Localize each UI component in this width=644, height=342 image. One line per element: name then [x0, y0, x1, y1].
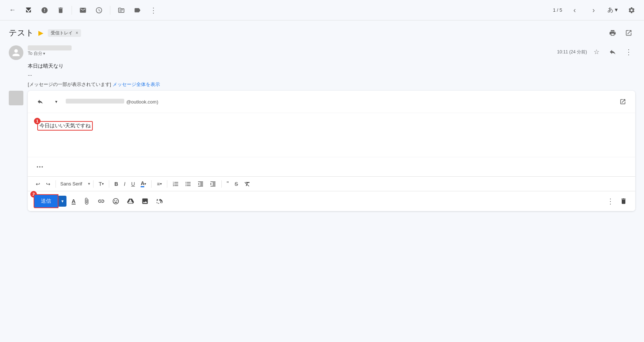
popout-icon [625, 29, 632, 37]
font-family-select[interactable]: Sans Serif Serif Monospace [59, 180, 87, 187]
indent-more-button[interactable] [207, 179, 218, 189]
prev-email-button[interactable]: ‹ [568, 4, 581, 17]
mark-unread-button[interactable] [76, 4, 89, 17]
show-full-link[interactable]: メッセージ全体を表示 [113, 82, 160, 87]
send-button[interactable]: 送信 [34, 194, 58, 208]
reply-icon [609, 48, 616, 56]
fmt-sep-5 [167, 180, 167, 188]
drive-icon [127, 198, 134, 205]
send-dropdown-button[interactable]: ▾ [58, 196, 66, 207]
move-to-icon [118, 7, 125, 14]
prev-icon: ‹ [573, 6, 576, 14]
email-body-line2: ... [28, 71, 635, 77]
underline-icon: U [131, 181, 135, 187]
email-body: 本日は晴天なり ... [28, 63, 635, 77]
move-to-button[interactable] [115, 4, 128, 17]
snooze-button[interactable] [92, 4, 106, 17]
print-button[interactable] [606, 26, 619, 40]
fmt-sep-3 [109, 180, 109, 188]
font-size-button[interactable]: T ▾ [96, 179, 106, 188]
language-button[interactable]: あ ▾ [606, 4, 619, 17]
bullet-list-icon [185, 181, 191, 187]
send-right-actions: ⋮ [605, 195, 629, 208]
reply-dropdown-button[interactable]: ▾ [50, 95, 63, 108]
numbered-list-button[interactable] [170, 179, 181, 189]
italic-button[interactable]: I [122, 180, 127, 188]
drive-button[interactable] [125, 195, 136, 207]
back-button[interactable]: ← [6, 4, 19, 17]
font-color-button[interactable]: A ▾ [138, 179, 148, 189]
reply-to-text: @outlook.com) [66, 99, 613, 105]
redo-button[interactable]: ↪ [44, 180, 53, 188]
reply-section: ▾ @outlook.com) 1 [9, 91, 635, 211]
reply-address-placeholder [66, 99, 124, 104]
sender-name-row [28, 45, 553, 50]
quote-button[interactable]: " [225, 179, 231, 189]
emoji-button[interactable] [110, 195, 122, 207]
email-header: To 自分 ▾ 10:11 (24 分前) ☆ ⋮ [28, 45, 635, 59]
reply-address-suffix: @outlook.com) [126, 99, 159, 105]
separator-1 [72, 6, 72, 15]
more-menu-button[interactable]: ⋮ [147, 4, 160, 17]
schedule-send-button[interactable] [154, 195, 165, 207]
discard-icon [620, 198, 627, 205]
font-color-dropdown-icon: ▾ [144, 182, 146, 186]
reply-card: ▾ @outlook.com) 1 [28, 91, 635, 211]
settings-button[interactable] [625, 4, 638, 17]
more-dots-icon: ⋮ [150, 6, 157, 15]
delete-button[interactable] [54, 4, 67, 17]
archive-button[interactable] [22, 4, 35, 17]
formatting-options-button[interactable]: A [69, 196, 78, 207]
label-button[interactable] [131, 4, 144, 17]
popout-button[interactable] [622, 26, 635, 40]
next-email-button[interactable]: › [587, 4, 600, 17]
send-more-button[interactable]: ⋮ [605, 195, 616, 208]
quote-icon: " [227, 181, 229, 187]
remove-format-button[interactable] [242, 179, 253, 189]
photo-icon [141, 198, 149, 205]
reply-body-area[interactable]: 1 今日はいい天気ですね [28, 113, 635, 157]
label-close-button[interactable]: × [76, 30, 78, 35]
photo-button[interactable] [139, 195, 151, 207]
label-tag[interactable]: 受信トレイ × [48, 29, 81, 37]
highlighted-text-wrapper: 1 今日はいい天気ですね [37, 121, 93, 131]
badge-1: 1 [34, 118, 41, 124]
spam-icon [41, 7, 48, 14]
reply-body-text: 今日はいい天気ですね [37, 121, 93, 131]
align-button[interactable]: ≡ ▾ [155, 180, 164, 188]
to-self-label[interactable]: To 自分 ▾ [28, 50, 553, 57]
reply-icon-button[interactable] [34, 95, 47, 108]
indent-less-button[interactable] [195, 179, 206, 189]
spam-button[interactable] [38, 4, 51, 17]
fmt-sep-6 [221, 180, 222, 188]
attach-icon [83, 198, 90, 205]
more-dots-button[interactable]: ••• [34, 160, 47, 173]
send-toolbar: 2 送信 ▾ A [28, 191, 635, 211]
link-button[interactable] [95, 195, 107, 207]
format-underline-icon: A [72, 198, 76, 204]
more-options-row: ••• [28, 157, 635, 176]
label-icon [134, 7, 141, 14]
email-time: 10:11 (24 分前) [557, 49, 587, 55]
attach-button[interactable] [81, 195, 92, 207]
reply-button[interactable] [606, 45, 619, 59]
underline-button[interactable]: U [129, 180, 137, 188]
star-button[interactable]: ☆ [590, 45, 603, 59]
email-actions: 10:11 (24 分前) ☆ ⋮ [557, 45, 635, 59]
delete-icon [57, 7, 64, 14]
bullet-list-button[interactable] [183, 179, 194, 189]
popout-small-icon [620, 98, 626, 105]
reply-popout-button[interactable] [616, 95, 629, 108]
person-icon [12, 48, 20, 57]
bold-button[interactable]: B [112, 180, 120, 188]
star-icon: ☆ [594, 48, 599, 56]
discard-button[interactable] [618, 195, 629, 207]
more-email-icon: ⋮ [625, 48, 632, 56]
forward-arrow-icon: ▶ [38, 29, 43, 37]
reply-sender-avatar [9, 91, 23, 105]
fmt-sep-2 [93, 180, 94, 188]
undo-button[interactable]: ↩ [34, 180, 42, 188]
more-email-button[interactable]: ⋮ [622, 45, 635, 59]
strikethrough-button[interactable]: S [232, 180, 240, 188]
reply-small-icon [37, 98, 43, 105]
